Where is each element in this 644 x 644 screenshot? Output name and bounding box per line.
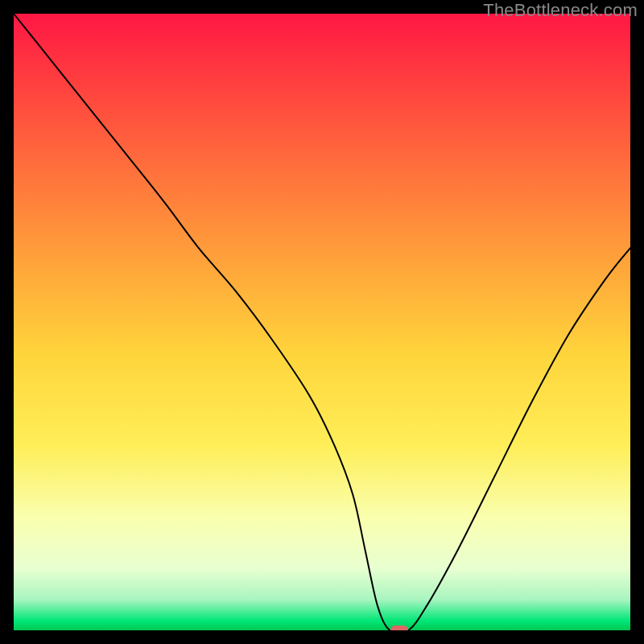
svg-rect-0 bbox=[14, 14, 630, 630]
bottleneck-chart: TheBottleneck.com bbox=[0, 0, 644, 644]
gradient-background bbox=[14, 14, 630, 630]
watermark-text: TheBottleneck.com bbox=[483, 0, 638, 21]
plot-area bbox=[14, 14, 630, 630]
minimum-marker bbox=[390, 625, 408, 630]
